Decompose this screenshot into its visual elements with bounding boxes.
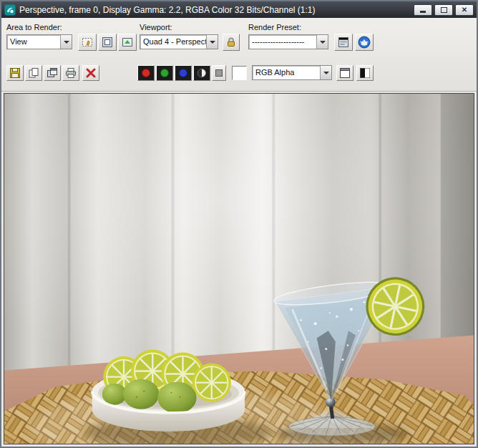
app-icon [4, 4, 16, 16]
green-channel-icon [160, 68, 170, 78]
alpha-channel-icon [197, 68, 207, 78]
chevron-down-icon[interactable] [320, 66, 331, 79]
edit-region-icon [82, 36, 93, 48]
viewport-label: Viewport: [140, 23, 172, 31]
background-color-swatch[interactable] [232, 66, 247, 80]
viewport-value: Quad 4 - Perspect [140, 35, 206, 49]
render-setup-icon [338, 36, 349, 48]
monochrome-icon [215, 69, 223, 77]
area-to-render-select[interactable]: View [6, 34, 72, 49]
render-setup-button[interactable] [334, 34, 353, 51]
area-to-render-label: Area to Render: [6, 23, 62, 31]
minimize-button[interactable] [414, 4, 432, 16]
render-button[interactable] [355, 34, 374, 51]
viewport-select[interactable]: Quad 4 - Perspect [140, 34, 218, 49]
render-preset-value: -------------------- [249, 35, 316, 49]
close-icon: ✕ [462, 6, 467, 14]
channel-display-value: RGB Alpha [253, 66, 320, 79]
viewport-region-button[interactable] [118, 34, 137, 51]
channel-display-select[interactable]: RGB Alpha [252, 65, 332, 80]
monochrome-button[interactable] [212, 65, 226, 81]
alpha-channel-button[interactable] [193, 65, 210, 81]
red-channel-icon [141, 68, 151, 78]
clone-window-button[interactable] [44, 65, 61, 81]
render-preset-select[interactable]: -------------------- [248, 34, 328, 49]
area-to-render-value: View [7, 35, 60, 49]
frame-window-icon [339, 67, 351, 79]
copy-image-button[interactable] [25, 65, 42, 81]
auto-region-button[interactable] [98, 34, 117, 51]
render-preset-label: Render Preset: [248, 23, 301, 31]
chevron-down-icon[interactable] [206, 35, 218, 49]
render-teapot-icon [358, 36, 371, 49]
clear-x-icon [86, 68, 96, 78]
clone-icon [47, 67, 58, 79]
copy-icon [28, 67, 39, 79]
window-title: Perspective, frame 0, Display Gamma: 2.2… [19, 5, 410, 15]
lock-viewport-button[interactable] [223, 34, 240, 51]
rendered-frame-window: Perspective, frame 0, Display Gamma: 2.2… [0, 0, 478, 448]
titlebar[interactable]: Perspective, frame 0, Display Gamma: 2.2… [1, 1, 477, 18]
red-channel-button[interactable] [137, 65, 155, 81]
toggle-ui-button[interactable] [356, 65, 374, 81]
lock-icon [226, 37, 236, 47]
edit-region-button[interactable] [78, 34, 97, 51]
save-icon [9, 67, 21, 79]
chevron-down-icon[interactable] [316, 35, 328, 49]
print-image-button[interactable] [62, 65, 79, 81]
toolbar: Area to Render: View Viewport: Qua [1, 18, 477, 92]
clear-button[interactable] [82, 65, 99, 81]
render-viewport[interactable] [4, 93, 474, 444]
chevron-down-icon[interactable] [60, 35, 72, 49]
maximize-icon [441, 7, 447, 13]
split-screen-icon [359, 67, 371, 79]
layer-display-button[interactable] [336, 65, 353, 81]
green-channel-button[interactable] [156, 65, 173, 81]
window-controls: ✕ [414, 4, 474, 16]
auto-region-icon [102, 36, 113, 48]
printer-icon [65, 67, 77, 79]
close-button[interactable]: ✕ [455, 4, 474, 16]
save-image-button[interactable] [6, 65, 24, 81]
maximize-button[interactable] [434, 4, 453, 16]
viewport-region-icon [122, 36, 133, 48]
blue-channel-button[interactable] [175, 65, 192, 81]
minimize-icon [420, 11, 426, 13]
blue-channel-icon [178, 68, 188, 78]
